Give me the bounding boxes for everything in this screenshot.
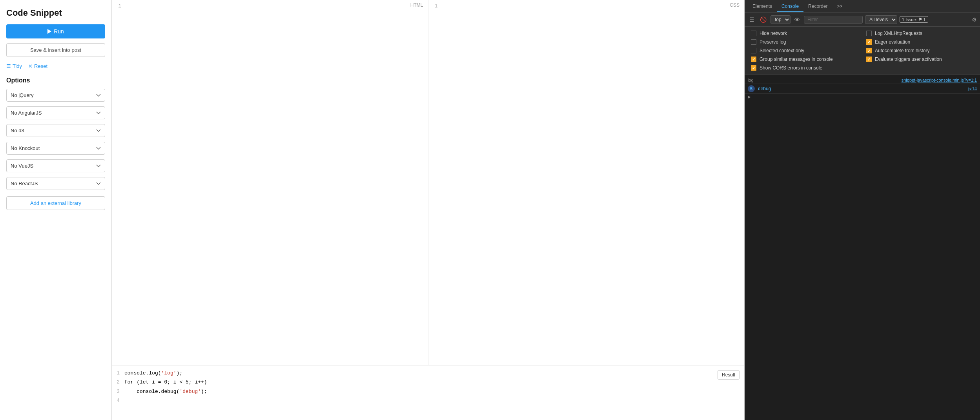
context-select[interactable]: top <box>771 15 791 24</box>
string-debug: 'debug' <box>179 389 201 394</box>
js-line-num-2: 2 <box>115 378 120 387</box>
html-label: HTML <box>410 2 423 8</box>
log-source-link[interactable]: snippet-javascript-console.min.js?v=1:1 <box>902 78 977 82</box>
tab-elements[interactable]: Elements <box>748 1 777 12</box>
options-section: Options <box>6 74 105 84</box>
group-similar-checkbox[interactable] <box>751 57 756 62</box>
js-line-2: for (let i = 0; i < 5; i++) <box>124 378 743 387</box>
result-button[interactable]: Result <box>718 370 740 380</box>
css-line-1: 1 <box>428 3 438 9</box>
play-icon <box>47 29 51 34</box>
autocomplete-label: Autocomplete from history <box>875 48 929 53</box>
eager-eval-label: Eager evaluation <box>875 39 910 45</box>
js-line-num-4: 4 <box>115 396 120 405</box>
filter-input[interactable] <box>804 16 863 24</box>
css-pane: CSS 1 <box>428 0 745 365</box>
html-pane: HTML 1 <box>112 0 428 365</box>
setting-selected-context: Selected context only <box>751 48 858 53</box>
setting-eager-eval: Eager evaluation <box>866 39 974 45</box>
editor-area: HTML 1 CSS 1 <box>112 0 744 365</box>
eval-triggers-label: Evaluate triggers user activation <box>875 57 942 62</box>
string-log: 'log' <box>161 370 177 376</box>
run-label: Run <box>54 28 64 35</box>
console-toolbar: ☰ 🚫 top 👁 All levels 1 Issue: ⚑ 1 ⚙ <box>745 13 980 27</box>
autocomplete-checkbox[interactable] <box>866 48 872 53</box>
js-line-num-1: 1 <box>115 369 120 378</box>
eager-eval-checkbox[interactable] <box>866 39 872 45</box>
log-xml-checkbox[interactable] <box>866 31 872 36</box>
debug-left: 5 debug <box>748 85 771 92</box>
selected-context-checkbox[interactable] <box>751 48 756 53</box>
devtools-tabs: Elements Console Recorder >> <box>745 0 980 13</box>
console-output: log snippet-javascript-console.min.js?v=… <box>745 75 980 420</box>
css-label: CSS <box>730 2 740 8</box>
level-select[interactable]: All levels <box>865 15 897 24</box>
setting-eval-triggers: Evaluate triggers user activation <box>866 57 974 62</box>
debug-count-badge: 5 <box>748 85 755 92</box>
action-buttons: ☰ Tidy ✕ Reset <box>6 63 105 69</box>
tidy-icon: ☰ <box>6 63 11 69</box>
issues-count: 1 <box>924 17 926 22</box>
js-line-3: console.debug('debug'); <box>124 387 743 396</box>
run-button[interactable]: Run <box>6 24 105 38</box>
tab-recorder[interactable]: Recorder <box>803 1 832 12</box>
selected-context-label: Selected context only <box>760 48 804 53</box>
css-line-numbers: 1 <box>428 0 441 9</box>
settings-icon-button[interactable]: ⚙ <box>972 16 977 23</box>
tab-more[interactable]: >> <box>832 1 847 12</box>
issues-label: 1 Issue: <box>902 17 917 22</box>
console-expand-row[interactable]: ▶ <box>745 94 980 100</box>
console-settings: Hide network Log XMLHttpRequests Preserv… <box>745 27 980 75</box>
debug-label: debug <box>758 86 771 91</box>
setting-show-cors: Show CORS errors in console <box>751 65 858 71</box>
js-line-1: console.log('log'); <box>124 369 743 378</box>
eval-triggers-checkbox[interactable] <box>866 57 872 62</box>
console-debug-row: 5 debug js:14 <box>745 84 980 94</box>
log-label: log <box>748 78 754 82</box>
preserve-log-checkbox[interactable] <box>751 39 756 45</box>
reactjs-dropdown[interactable]: No ReactJS <box>6 177 105 190</box>
hide-network-checkbox[interactable] <box>751 31 756 36</box>
vuejs-dropdown[interactable]: No VueJS <box>6 159 105 172</box>
sidebar-toggle-button[interactable]: ☰ <box>748 16 756 24</box>
setting-log-xml: Log XMLHttpRequests <box>866 31 974 36</box>
setting-preserve-log: Preserve log <box>751 39 858 45</box>
tidy-button[interactable]: ☰ Tidy <box>6 63 22 69</box>
show-cors-checkbox[interactable] <box>751 65 756 71</box>
jquery-dropdown[interactable]: No jQuery <box>6 89 105 102</box>
save-button[interactable]: Save & insert into post <box>6 43 105 57</box>
options-title: Options <box>6 77 105 84</box>
debug-source-link[interactable]: js:14 <box>968 86 977 91</box>
eye-icon-button[interactable]: 👁 <box>793 16 801 24</box>
log-xml-label: Log XMLHttpRequests <box>875 31 922 36</box>
d3-dropdown[interactable]: No d3 <box>6 124 105 137</box>
js-code-area[interactable]: console.log('log'); for (let i = 0; i < … <box>123 365 744 420</box>
preserve-log-label: Preserve log <box>760 39 786 45</box>
issues-icon: ⚑ <box>918 17 922 22</box>
issues-badge: 1 Issue: ⚑ 1 <box>900 16 928 23</box>
group-similar-label: Group similar messages in console <box>760 57 833 62</box>
angularjs-dropdown[interactable]: No AngularJS <box>6 106 105 119</box>
tidy-label: Tidy <box>13 63 22 69</box>
tab-console[interactable]: Console <box>777 1 803 12</box>
js-line-4 <box>124 396 743 405</box>
console-log-row: log snippet-javascript-console.min.js?v=… <box>745 77 980 84</box>
js-editor: 1 2 3 4 console.log('log'); for (let i =… <box>112 365 744 420</box>
setting-autocomplete: Autocomplete from history <box>866 48 974 53</box>
reset-icon: ✕ <box>28 63 33 69</box>
right-panel: Elements Console Recorder >> ☰ 🚫 top 👁 A… <box>745 0 980 420</box>
show-cors-label: Show CORS errors in console <box>760 65 822 71</box>
html-line-1: 1 <box>112 3 121 9</box>
reset-button[interactable]: ✕ Reset <box>28 63 47 69</box>
panel-title: Code Snippet <box>6 8 105 18</box>
clear-console-button[interactable]: 🚫 <box>758 16 768 24</box>
log-left: log <box>748 78 754 82</box>
reset-label: Reset <box>34 63 47 69</box>
html-line-numbers: 1 <box>112 0 124 9</box>
left-panel: Code Snippet Run Save & insert into post… <box>0 0 112 420</box>
js-line-numbers: 1 2 3 4 <box>112 365 123 420</box>
knockout-dropdown[interactable]: No Knockout <box>6 142 105 155</box>
middle-panel: HTML 1 CSS 1 1 2 3 4 console.log('log');… <box>112 0 745 420</box>
js-line-num-3: 3 <box>115 387 120 396</box>
add-library-button[interactable]: Add an external library <box>6 196 105 210</box>
